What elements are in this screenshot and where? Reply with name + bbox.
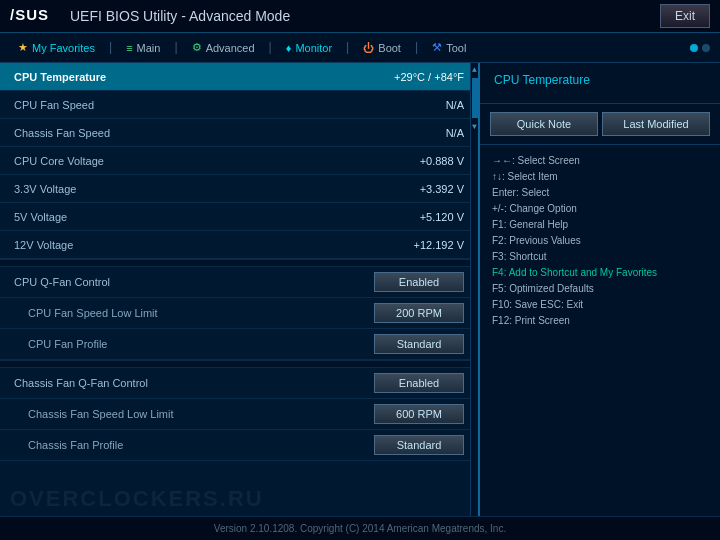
- monitor-item-cpu-fan[interactable]: CPU Fan Speed N/A: [0, 91, 478, 119]
- chassis-fan-low-btn[interactable]: 600 RPM: [374, 404, 464, 424]
- nav-sep-2: |: [172, 41, 179, 55]
- nav-sep-1: |: [107, 41, 114, 55]
- footer-text: Version 2.10.1208. Copyright (C) 2014 Am…: [214, 523, 506, 534]
- help-line-11: F12: Print Screen: [492, 313, 708, 329]
- favorites-icon: ★: [18, 41, 28, 54]
- nav-sep-3: |: [267, 41, 274, 55]
- quick-note-button[interactable]: Quick Note: [490, 112, 598, 136]
- header-left: /SUS UEFI BIOS Utility - Advanced Mode: [10, 3, 290, 29]
- help-line-1: →←: Select Screen: [492, 153, 708, 169]
- cpu-fan-low-label: CPU Fan Speed Low Limit: [28, 307, 158, 319]
- cpu-fan-profile-label: CPU Fan Profile: [28, 338, 107, 350]
- quick-buttons-area: Quick Note Last Modified: [480, 104, 720, 145]
- nav-item-main[interactable]: ≡ Main: [118, 38, 168, 58]
- footer: Version 2.10.1208. Copyright (C) 2014 Am…: [0, 516, 720, 540]
- cpu-qfan-value-btn[interactable]: Enabled: [374, 272, 464, 292]
- monitor-item-chassis-fan[interactable]: Chassis Fan Speed N/A: [0, 119, 478, 147]
- monitor-icon: ♦: [286, 42, 292, 54]
- chassis-fan-profile-label: Chassis Fan Profile: [28, 439, 123, 451]
- cpu-fan-value: N/A: [446, 99, 464, 111]
- nav-item-advanced[interactable]: ⚙ Advanced: [184, 37, 263, 58]
- nav-sep-5: |: [413, 41, 420, 55]
- nav-bar: ★ My Favorites | ≡ Main | ⚙ Advanced | ♦…: [0, 33, 720, 63]
- monitor-item-33v[interactable]: 3.3V Voltage +3.392 V: [0, 175, 478, 203]
- monitor-item-chassis-fan-profile[interactable]: Chassis Fan Profile Standard: [0, 430, 478, 461]
- help-line-8: F4: Add to Shortcut and My Favorites: [492, 265, 708, 281]
- help-line-5: F1: General Help: [492, 217, 708, 233]
- 12v-value: +12.192 V: [414, 239, 464, 251]
- nav-item-favorites[interactable]: ★ My Favorites: [10, 37, 103, 58]
- exit-button[interactable]: Exit: [660, 4, 710, 28]
- nav-item-boot[interactable]: ⏻ Boot: [355, 38, 409, 58]
- main-icon: ≡: [126, 42, 132, 54]
- monitor-item-5v[interactable]: 5V Voltage +5.120 V: [0, 203, 478, 231]
- right-panel-title-area: CPU Temperature: [480, 63, 720, 104]
- cpu-qfan-label: CPU Q-Fan Control: [14, 276, 110, 288]
- separator-1: [0, 259, 478, 267]
- scroll-down-arrow[interactable]: ▼: [471, 120, 478, 133]
- chassis-fan-low-label: Chassis Fan Speed Low Limit: [28, 408, 174, 420]
- main-content: CPU Temperature +29°C / +84°F CPU Fan Sp…: [0, 63, 720, 516]
- chassis-qfan-value-btn[interactable]: Enabled: [374, 373, 464, 393]
- help-line-9: F5: Optimized Defaults: [492, 281, 708, 297]
- asus-logo: /SUS: [10, 3, 62, 29]
- nav-dots: [690, 44, 710, 52]
- cpu-voltage-label: CPU Core Voltage: [14, 155, 104, 167]
- scroll-thumb[interactable]: [472, 78, 478, 118]
- chassis-fan-label: Chassis Fan Speed: [14, 127, 110, 139]
- help-line-4: +/-: Change Option: [492, 201, 708, 217]
- chassis-qfan-label: Chassis Fan Q-Fan Control: [14, 377, 148, 389]
- left-panel: CPU Temperature +29°C / +84°F CPU Fan Sp…: [0, 63, 480, 516]
- 12v-label: 12V Voltage: [14, 239, 73, 251]
- chassis-fan-profile-btn[interactable]: Standard: [374, 435, 464, 455]
- tool-icon: ⚒: [432, 41, 442, 54]
- nav-dot-2: [702, 44, 710, 52]
- cpu-temp-label: CPU Temperature: [14, 71, 106, 83]
- monitor-item-cpu-voltage[interactable]: CPU Core Voltage +0.888 V: [0, 147, 478, 175]
- help-line-2: ↑↓: Select Item: [492, 169, 708, 185]
- scroll-up-arrow[interactable]: ▲: [471, 63, 478, 76]
- right-panel: CPU Temperature Quick Note Last Modified…: [480, 63, 720, 516]
- header: /SUS UEFI BIOS Utility - Advanced Mode E…: [0, 0, 720, 33]
- monitor-item-chassis-fan-low[interactable]: Chassis Fan Speed Low Limit 600 RPM: [0, 399, 478, 430]
- 33v-value: +3.392 V: [420, 183, 464, 195]
- header-title: UEFI BIOS Utility - Advanced Mode: [70, 8, 290, 24]
- nav-dot-1: [690, 44, 698, 52]
- help-text-area: →←: Select Screen ↑↓: Select Item Enter:…: [480, 145, 720, 516]
- advanced-icon: ⚙: [192, 41, 202, 54]
- monitor-item-12v[interactable]: 12V Voltage +12.192 V: [0, 231, 478, 259]
- right-panel-title: CPU Temperature: [494, 73, 706, 87]
- nav-sep-4: |: [344, 41, 351, 55]
- cpu-fan-label: CPU Fan Speed: [14, 99, 94, 111]
- 5v-value: +5.120 V: [420, 211, 464, 223]
- separator-2: [0, 360, 478, 368]
- boot-icon: ⏻: [363, 42, 374, 54]
- help-line-10: F10: Save ESC: Exit: [492, 297, 708, 313]
- last-modified-button[interactable]: Last Modified: [602, 112, 710, 136]
- cpu-voltage-value: +0.888 V: [420, 155, 464, 167]
- cpu-temp-value: +29°C / +84°F: [394, 71, 464, 83]
- monitor-item-chassis-qfan[interactable]: Chassis Fan Q-Fan Control Enabled: [0, 368, 478, 399]
- monitor-item-cpu-temp[interactable]: CPU Temperature +29°C / +84°F: [0, 63, 478, 91]
- 33v-label: 3.3V Voltage: [14, 183, 76, 195]
- nav-item-monitor[interactable]: ♦ Monitor: [278, 38, 340, 58]
- scrollbar[interactable]: ▲ ▼: [470, 63, 478, 516]
- help-line-7: F3: Shortcut: [492, 249, 708, 265]
- monitor-item-cpu-qfan[interactable]: CPU Q-Fan Control Enabled: [0, 267, 478, 298]
- cpu-fan-low-btn[interactable]: 200 RPM: [374, 303, 464, 323]
- svg-text:/SUS: /SUS: [10, 6, 49, 23]
- 5v-label: 5V Voltage: [14, 211, 67, 223]
- chassis-fan-value: N/A: [446, 127, 464, 139]
- nav-item-tool[interactable]: ⚒ Tool: [424, 37, 474, 58]
- cpu-fan-profile-btn[interactable]: Standard: [374, 334, 464, 354]
- monitor-item-cpu-fan-low[interactable]: CPU Fan Speed Low Limit 200 RPM: [0, 298, 478, 329]
- monitor-item-cpu-fan-profile[interactable]: CPU Fan Profile Standard: [0, 329, 478, 360]
- help-line-6: F2: Previous Values: [492, 233, 708, 249]
- help-line-3: Enter: Select: [492, 185, 708, 201]
